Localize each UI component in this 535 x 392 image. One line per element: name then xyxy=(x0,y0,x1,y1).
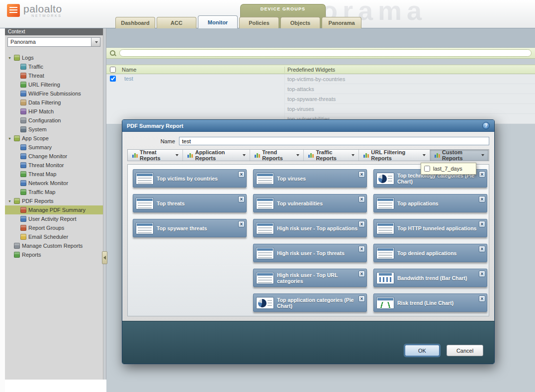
remove-widget-button[interactable]: × xyxy=(479,171,485,178)
url-filtering-reports-button[interactable]: URL Filtering Reports xyxy=(359,150,430,161)
tree-item-threat[interactable]: Threat xyxy=(5,71,103,80)
report-name-link[interactable]: test xyxy=(122,74,284,82)
tree-item-app-scope[interactable]: ▼App Scope xyxy=(5,134,103,143)
report-name-input[interactable] xyxy=(179,137,489,145)
remove-widget-button[interactable]: × xyxy=(479,271,485,277)
tree-item-summary[interactable]: Summary xyxy=(5,143,103,152)
dropdown-item-last-7-days[interactable]: last_7_days xyxy=(422,165,475,173)
card-top-denied-applications[interactable]: Top denied applications× xyxy=(373,244,487,262)
card-bandwidth-trend-bar-chart[interactable]: Bandwidth trend (Bar Chart)× xyxy=(373,269,487,287)
tree-item-wildfire-submissions[interactable]: WildFire Submissions xyxy=(5,89,103,98)
tree-item-label: Logs xyxy=(22,55,34,61)
custom-reports-button[interactable]: Custom Reports xyxy=(430,150,489,161)
threat-reports-button[interactable]: Threat Reports xyxy=(128,150,183,161)
configuration-icon xyxy=(20,117,26,123)
tree-item-reports[interactable]: Reports xyxy=(5,250,103,259)
logo-subtext: NETWORKS xyxy=(23,14,62,17)
context-select[interactable]: Panorama xyxy=(7,37,100,47)
card-label: Top application categories (Pie Chart) xyxy=(277,297,357,309)
button-label: Application Reports xyxy=(195,149,240,161)
remove-widget-button[interactable]: × xyxy=(238,196,245,202)
dialog-titlebar[interactable]: PDF Summary Report ? xyxy=(122,120,494,132)
card-high-risk-user-top-applications[interactable]: High risk user - Top applications× xyxy=(253,219,367,237)
report-thumbnail-icon xyxy=(136,222,154,234)
remove-widget-button[interactable]: × xyxy=(358,295,365,302)
expander-icon[interactable]: ▼ xyxy=(8,56,12,60)
tree-item-system[interactable]: System xyxy=(5,125,103,134)
card-label: Top threats xyxy=(157,200,184,206)
remove-widget-button[interactable]: × xyxy=(358,221,365,227)
card-top-http-tunneled-applications[interactable]: Top HTTP tunneled applications× xyxy=(373,219,487,237)
card-top-threats[interactable]: Top threats× xyxy=(133,194,247,212)
tab-acc[interactable]: ACC xyxy=(157,17,196,28)
card-top-application-categories-pie[interactable]: Top application categories (Pie Chart)× xyxy=(253,294,367,312)
last-7-days-checkbox[interactable] xyxy=(424,166,430,172)
wildfire-icon xyxy=(20,91,26,97)
application-reports-button[interactable]: Application Reports xyxy=(183,150,250,161)
remove-widget-button[interactable]: × xyxy=(479,295,485,302)
expander-icon[interactable]: ▼ xyxy=(8,137,12,140)
card-high-risk-user-top-threats[interactable]: High risk user - Top threats× xyxy=(253,244,367,262)
expander-icon[interactable]: ▼ xyxy=(8,199,12,203)
tab-panorama[interactable]: Panorama xyxy=(322,17,361,28)
folder-icon xyxy=(14,135,20,141)
traffic-reports-button[interactable]: Traffic Reports xyxy=(304,150,359,161)
column-header-name[interactable]: Name xyxy=(119,67,284,73)
tab-monitor[interactable]: Monitor xyxy=(198,15,238,28)
card-high-risk-user-top-url-categories[interactable]: High risk user - Top URL categories× xyxy=(253,269,367,287)
card-top-applications[interactable]: Top applications× xyxy=(373,194,487,212)
tree-item-configuration[interactable]: Configuration xyxy=(5,116,103,125)
tree-item-threat-monitor[interactable]: Threat Monitor xyxy=(5,161,103,170)
tree-item-report-groups[interactable]: Report Groups xyxy=(5,223,103,232)
ok-button[interactable]: OK xyxy=(405,345,440,356)
cancel-button[interactable]: Cancel xyxy=(446,345,483,356)
main-tabs: Dashboard ACC Monitor Policies Objects P… xyxy=(115,15,361,28)
tree-item-traffic-map[interactable]: Traffic Map xyxy=(5,188,103,196)
tree-item-pdf-reports[interactable]: ▼PDF Reports xyxy=(5,196,103,205)
tree-item-logs[interactable]: ▼Logs xyxy=(5,53,103,62)
sidebar-splitter[interactable] xyxy=(103,28,106,380)
remove-widget-button[interactable]: × xyxy=(358,271,365,277)
trend-reports-button[interactable]: Trend Reports xyxy=(250,150,304,161)
remove-widget-button[interactable]: × xyxy=(479,196,485,202)
tree-item-network-monitor[interactable]: Network Monitor xyxy=(5,179,103,188)
card-risk-trend-line-chart[interactable]: Risk trend (Line Chart)× xyxy=(373,294,487,312)
tree-item-email-scheduler[interactable]: Email Scheduler xyxy=(5,232,103,241)
filter-input[interactable] xyxy=(119,49,532,57)
remove-widget-button[interactable]: × xyxy=(238,171,245,178)
card-top-vulnerabilities[interactable]: Top vulnerabilities× xyxy=(253,194,367,212)
card-top-victims-by-countries[interactable]: Top victims by countries× xyxy=(133,169,247,188)
context-value: Panorama xyxy=(8,38,91,46)
tree-item-manage-pdf-summary[interactable]: Manage PDF Summary xyxy=(5,205,103,214)
remove-widget-button[interactable]: × xyxy=(358,171,365,178)
remove-widget-button[interactable]: × xyxy=(358,246,365,252)
help-icon[interactable]: ? xyxy=(482,122,490,129)
tree-item-change-monitor[interactable]: Change Monitor xyxy=(5,152,103,161)
tab-policies[interactable]: Policies xyxy=(239,17,279,28)
chart-icon xyxy=(254,152,260,158)
card-top-viruses[interactable]: Top viruses× xyxy=(253,169,367,188)
remove-widget-button[interactable]: × xyxy=(479,221,485,227)
report-thumbnail-icon xyxy=(136,197,154,209)
tab-dashboard[interactable]: Dashboard xyxy=(115,17,155,28)
column-header-predefined-widgets[interactable]: Predefined Widgets xyxy=(284,67,535,73)
tree-item-url-filtering[interactable]: URL Filtering xyxy=(5,80,103,89)
context-dropdown-button[interactable] xyxy=(91,38,100,46)
tree-item-threat-map[interactable]: Threat Map xyxy=(5,170,103,179)
data-filtering-icon xyxy=(20,99,26,105)
tree-item-user-activity-report[interactable]: User Activity Report xyxy=(5,214,103,223)
remove-widget-button[interactable]: × xyxy=(238,221,245,227)
tree-item-manage-custom-reports[interactable]: Manage Custom Reports xyxy=(5,241,103,250)
tree-item-hip-match[interactable]: HIP Match xyxy=(5,107,103,116)
tab-objects[interactable]: Objects xyxy=(280,17,320,28)
remove-widget-button[interactable]: × xyxy=(479,246,485,252)
tree-item-traffic[interactable]: Traffic xyxy=(5,62,103,71)
remove-widget-button[interactable]: × xyxy=(358,196,365,202)
row-checkbox[interactable] xyxy=(110,76,116,82)
tree-item-data-filtering[interactable]: Data Filtering xyxy=(5,98,103,107)
card-label: Top spyware threats xyxy=(157,225,207,231)
select-all-checkbox[interactable] xyxy=(110,67,116,73)
card-top-spyware-threats[interactable]: Top spyware threats× xyxy=(133,219,247,237)
report-thumbnail-icon xyxy=(256,173,274,185)
collapse-sidebar-button[interactable] xyxy=(102,251,107,264)
